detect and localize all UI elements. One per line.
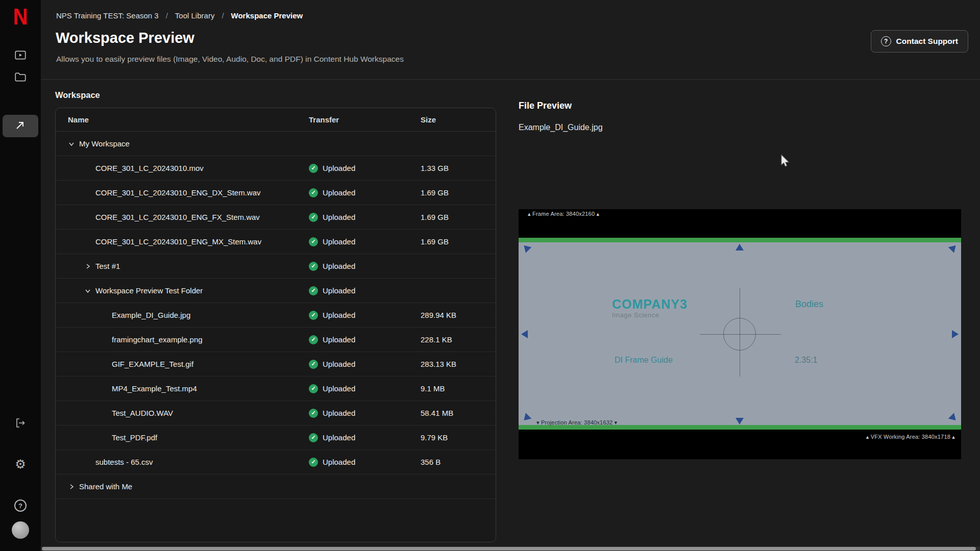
row-name: Test_PDF.pdf <box>112 433 157 442</box>
file-preview-filename: Example_DI_Guide.jpg <box>519 123 603 132</box>
table-row[interactable]: CORE_301_LC_20243010_ENG_FX_Stem.wav ✓ U… <box>56 205 496 230</box>
check-icon: ✓ <box>309 409 318 418</box>
transfer-status: ✓ Uploaded <box>309 335 355 344</box>
row-name: CORE_301_LC_20243010_ENG_FX_Stem.wav <box>95 213 260 221</box>
table-row[interactable]: Test_AUDIO.WAV ✓ Uploaded 58.41 MB <box>56 401 496 425</box>
check-icon: ✓ <box>309 335 318 344</box>
transfer-cell: ✓ Uploaded <box>309 360 421 369</box>
transfer-cell: ✓ Uploaded <box>309 237 421 246</box>
bodies-label: Bodies <box>795 299 823 310</box>
transfer-cell: ✓ Uploaded <box>309 262 421 271</box>
name-cell: Test_PDF.pdf <box>56 433 309 442</box>
logout-icon[interactable] <box>0 415 41 431</box>
sidebar-item-tool-library[interactable] <box>3 115 38 137</box>
chevron-icon[interactable] <box>68 140 79 148</box>
arrow-left-middle <box>521 330 528 338</box>
horizontal-scrollbar[interactable] <box>41 546 980 551</box>
row-size: 1.33 GB <box>421 164 496 172</box>
name-cell: Test #1 <box>56 262 309 270</box>
name-cell: MP4_Example_Test.mp4 <box>56 384 309 393</box>
transfer-status: ✓ Uploaded <box>309 458 355 467</box>
column-header-size: Size <box>421 115 496 124</box>
row-name: framingchart_example.png <box>112 335 203 344</box>
transfer-cell: ✓ Uploaded <box>309 458 421 467</box>
check-icon: ✓ <box>309 311 318 320</box>
transfer-status: ✓ Uploaded <box>309 188 355 197</box>
table-row[interactable]: MP4_Example_Test.mp4 ✓ Uploaded 9.1 MB <box>56 377 496 401</box>
row-name: CORE_301_LC_20243010_ENG_MX_Stem.wav <box>95 237 261 246</box>
row-name: Test_AUDIO.WAV <box>112 409 173 417</box>
transfer-cell: ✓ Uploaded <box>309 188 421 197</box>
row-size: 1.69 GB <box>421 188 496 197</box>
gear-glyph: ⚙ <box>15 458 26 470</box>
transfer-status: ✓ Uploaded <box>309 262 355 271</box>
page-header: NPS Training TEST: Season 3 / Tool Libra… <box>41 0 980 80</box>
row-name: Test #1 <box>95 262 120 270</box>
chevron-icon[interactable] <box>84 262 95 270</box>
row-name: MP4_Example_Test.mp4 <box>112 384 197 393</box>
company3-logo-text: COMPANY3 <box>612 297 688 312</box>
name-cell: Test_AUDIO.WAV <box>56 409 309 417</box>
folder-icon[interactable] <box>0 69 41 85</box>
check-icon: ✓ <box>309 213 318 222</box>
netflix-logo[interactable]: N <box>0 4 41 29</box>
name-cell: CORE_301_LC_20243010.mov <box>56 164 309 172</box>
table-row[interactable]: Shared with Me ✓ <box>56 474 496 499</box>
transfer-label: Uploaded <box>323 384 355 393</box>
table-row[interactable]: Test_PDF.pdf ✓ Uploaded 9.79 KB <box>56 425 496 450</box>
row-name: subtests - 65.csv <box>95 458 153 466</box>
help-icon[interactable]: ? <box>0 498 41 513</box>
table-row[interactable]: Test #1 ✓ Uploaded <box>56 254 496 279</box>
transfer-label: Uploaded <box>323 409 355 417</box>
row-name: CORE_301_LC_20243010.mov <box>95 164 204 172</box>
table-row[interactable]: GIF_EXAMPLE_Test.gif ✓ Uploaded 283.13 K… <box>56 352 496 377</box>
table-row[interactable]: CORE_301_LC_20243010_ENG_MX_Stem.wav ✓ U… <box>56 230 496 254</box>
transfer-cell: ✓ Uploaded <box>309 311 421 320</box>
row-size: 9.1 MB <box>421 384 496 393</box>
check-icon: ✓ <box>309 384 318 393</box>
tool-library-icon <box>14 119 27 133</box>
row-size: 58.41 MB <box>421 409 496 417</box>
frame-guide-green-band-top <box>519 238 961 242</box>
table-row[interactable]: My Workspace ✓ <box>56 132 496 156</box>
workspace-table: Name Transfer Size My Workspace ✓ <box>55 108 496 542</box>
transfer-status: ✓ Uploaded <box>309 237 355 246</box>
arrow-right-middle <box>952 330 959 338</box>
company3-logo-subtext: Image Science <box>612 312 688 319</box>
table-row[interactable]: subtests - 65.csv ✓ Uploaded 356 B <box>56 450 496 474</box>
arrow-top-center <box>736 244 744 251</box>
name-cell: Example_DI_Guide.jpg <box>56 311 309 319</box>
table-row[interactable]: framingchart_example.png ✓ Uploaded 228.… <box>56 328 496 352</box>
video-icon[interactable] <box>0 47 41 63</box>
breadcrumb: NPS Training TEST: Season 3 / Tool Libra… <box>56 11 303 20</box>
breadcrumb-separator: / <box>222 11 224 20</box>
breadcrumb-item-season[interactable]: NPS Training TEST: Season 3 <box>56 11 159 20</box>
breadcrumb-item-current: Workspace Preview <box>231 11 303 20</box>
aspect-ratio-label: 2.35:1 <box>795 356 817 365</box>
transfer-label: Uploaded <box>323 311 355 319</box>
table-row[interactable]: CORE_301_LC_20243010.mov ✓ Uploaded 1.33… <box>56 156 496 181</box>
row-name: CORE_301_LC_20243010_ENG_DX_Stem.wav <box>95 188 261 197</box>
chevron-icon[interactable] <box>68 483 79 491</box>
arrow-bottom-center <box>736 418 744 424</box>
column-header-transfer: Transfer <box>309 115 421 124</box>
table-row[interactable]: Workspace Preview Test Folder ✓ Uploaded <box>56 279 496 303</box>
row-size: 228.1 KB <box>421 335 496 344</box>
di-frame-guide-label: DI Frame Guide <box>615 356 673 365</box>
chevron-icon[interactable] <box>84 287 95 295</box>
question-mark-glyph: ? <box>14 499 27 512</box>
question-circle-icon: ? <box>881 36 891 46</box>
scrollbar-thumb[interactable] <box>42 547 976 550</box>
table-row[interactable]: Example_DI_Guide.jpg ✓ Uploaded 289.94 K… <box>56 303 496 328</box>
name-cell: My Workspace <box>56 139 309 148</box>
breadcrumb-item-tool-library[interactable]: Tool Library <box>175 11 215 20</box>
gear-icon[interactable]: ⚙ <box>0 457 41 472</box>
contact-support-button[interactable]: ? Contact Support <box>871 30 968 53</box>
mouse-cursor <box>780 155 792 168</box>
row-name: Shared with Me <box>79 482 132 491</box>
table-row[interactable]: CORE_301_LC_20243010_ENG_DX_Stem.wav ✓ U… <box>56 181 496 205</box>
workspace-table-body: My Workspace ✓ CORE_301_LC_20243010.mov … <box>56 132 496 499</box>
row-name: Workspace Preview Test Folder <box>95 286 203 295</box>
avatar[interactable] <box>12 521 29 539</box>
page-subtitle: Allows you to easily preview files (Imag… <box>56 55 404 64</box>
